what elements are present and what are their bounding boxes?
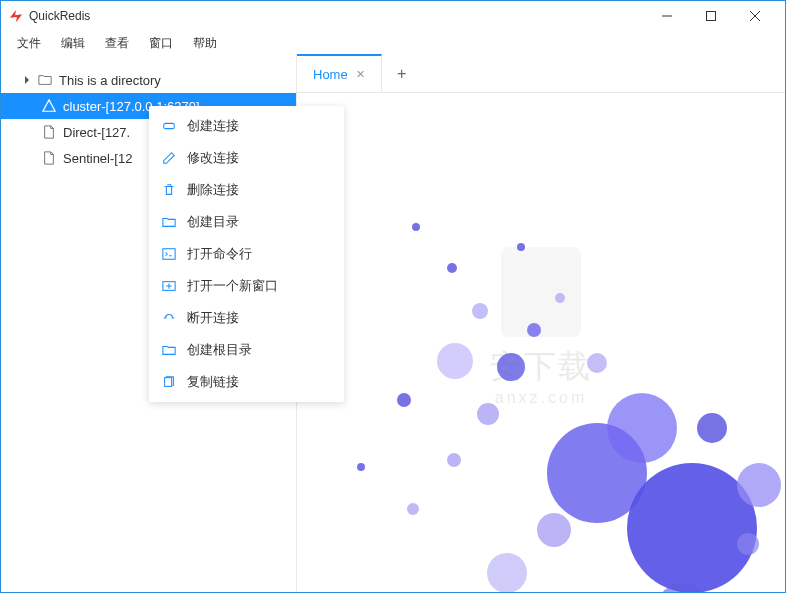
maximize-button[interactable]: [689, 1, 733, 31]
svg-rect-9: [165, 378, 172, 387]
context-disconnect[interactable]: 断开连接: [149, 302, 344, 334]
context-create-root-directory[interactable]: 创建根目录: [149, 334, 344, 366]
context-edit-connection[interactable]: 修改连接: [149, 142, 344, 174]
window-new-icon: [161, 279, 177, 293]
bubble-decoration: [447, 263, 457, 273]
close-button[interactable]: [733, 1, 777, 31]
delete-icon: [161, 183, 177, 197]
menu-window[interactable]: 窗口: [139, 33, 183, 54]
context-item-label: 创建根目录: [187, 341, 252, 359]
bubble-decoration: [697, 413, 727, 443]
svg-rect-4: [164, 123, 175, 128]
copy-icon: [161, 375, 177, 389]
context-item-label: 删除连接: [187, 181, 239, 199]
minimize-button[interactable]: [645, 1, 689, 31]
menu-view[interactable]: 查看: [95, 33, 139, 54]
folder-root-icon: [161, 343, 177, 357]
tab-label: Home: [313, 67, 348, 82]
tree-item-label: Direct-[127.: [63, 125, 130, 140]
window-title: QuickRedis: [29, 9, 645, 23]
app-icon: [9, 9, 23, 23]
context-create-directory[interactable]: 创建目录: [149, 206, 344, 238]
context-copy-link[interactable]: 复制链接: [149, 366, 344, 398]
svg-rect-1: [707, 12, 716, 21]
context-menu: 创建连接 修改连接 删除连接 创建目录 打开命令行 打开一个新窗口 断开连接 创…: [149, 106, 344, 402]
bubble-decoration: [607, 393, 677, 463]
context-item-label: 复制链接: [187, 373, 239, 391]
bubble-decoration: [472, 303, 488, 319]
file-icon: [41, 151, 57, 165]
close-icon[interactable]: ✕: [356, 68, 365, 81]
bubble-decoration: [517, 243, 525, 251]
context-open-new-window[interactable]: 打开一个新窗口: [149, 270, 344, 302]
svg-rect-5: [163, 249, 175, 260]
tab-home[interactable]: Home ✕: [297, 54, 382, 92]
link-add-icon: [161, 119, 177, 133]
bubble-decoration: [357, 463, 365, 471]
tabs-bar: Home ✕ +: [297, 55, 785, 93]
tree-root-directory[interactable]: This is a directory: [1, 67, 296, 93]
main-panel: Home ✕ + 安下载 anxz.com: [296, 55, 785, 592]
context-delete-connection[interactable]: 删除连接: [149, 174, 344, 206]
watermark: 安下载 anxz.com: [490, 247, 592, 407]
bubble-decoration: [737, 463, 781, 507]
menu-edit[interactable]: 编辑: [51, 33, 95, 54]
disconnect-icon: [161, 311, 177, 325]
bubble-decoration: [537, 513, 571, 547]
bubble-decoration: [587, 353, 607, 373]
context-item-label: 打开命令行: [187, 245, 252, 263]
context-item-label: 断开连接: [187, 309, 239, 327]
bubble-decoration: [555, 293, 565, 303]
menubar: 文件 编辑 查看 窗口 帮助: [1, 31, 785, 55]
context-item-label: 创建连接: [187, 117, 239, 135]
canvas-area: 安下载 anxz.com: [297, 93, 785, 592]
cluster-icon: [41, 99, 57, 113]
content-area: This is a directory cluster-[127.0.0.1:6…: [1, 55, 785, 592]
tree-item-label: Sentinel-[12: [63, 151, 132, 166]
edit-icon: [161, 151, 177, 165]
context-item-label: 修改连接: [187, 149, 239, 167]
bubble-decoration: [412, 223, 420, 231]
file-icon: [41, 125, 57, 139]
folder-add-icon: [161, 215, 177, 229]
bubble-decoration: [407, 503, 419, 515]
tree-root-label: This is a directory: [59, 73, 161, 88]
bubble-decoration: [737, 533, 759, 555]
bubble-decoration: [497, 353, 525, 381]
bubble-decoration: [527, 323, 541, 337]
bubble-decoration: [437, 343, 473, 379]
bubble-decoration: [447, 453, 461, 467]
tab-add-button[interactable]: +: [382, 55, 422, 92]
caret-right-icon: [21, 76, 33, 84]
terminal-icon: [161, 247, 177, 261]
context-open-terminal[interactable]: 打开命令行: [149, 238, 344, 270]
context-item-label: 创建目录: [187, 213, 239, 231]
bubble-decoration: [487, 553, 527, 592]
menu-file[interactable]: 文件: [7, 33, 51, 54]
bubble-decoration: [397, 393, 411, 407]
context-item-label: 打开一个新窗口: [187, 277, 278, 295]
bubble-decoration: [477, 403, 499, 425]
window-controls: [645, 1, 777, 31]
plus-icon: +: [397, 65, 406, 83]
menu-help[interactable]: 帮助: [183, 33, 227, 54]
titlebar: QuickRedis: [1, 1, 785, 31]
context-create-connection[interactable]: 创建连接: [149, 110, 344, 142]
folder-icon: [37, 73, 53, 87]
